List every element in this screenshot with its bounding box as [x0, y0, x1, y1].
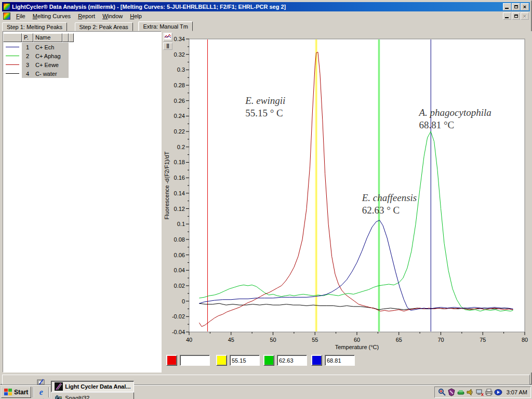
mdi-close-button[interactable]: × — [521, 12, 529, 20]
ie-glyph: e — [39, 388, 43, 397]
svg-text:0.12: 0.12 — [174, 206, 185, 212]
svg-text:-0.02: -0.02 — [172, 313, 185, 320]
system-tray: x 3:07 AM — [434, 387, 531, 398]
menu-bar: FileMelting CurvesReportWindowHelp × — [2, 11, 530, 21]
show-desktop-icon[interactable] — [36, 377, 46, 387]
mdi-restore-button[interactable] — [512, 12, 520, 20]
tm-color-swatch-4[interactable] — [311, 355, 322, 366]
tm-value-input-2[interactable] — [230, 355, 260, 366]
tool-icon[interactable] — [457, 388, 465, 396]
svg-text:0.34: 0.34 — [174, 36, 185, 42]
printer-icon[interactable] — [485, 388, 493, 396]
svg-text:75: 75 — [480, 337, 486, 343]
start-label: Start — [14, 389, 28, 396]
sample-row-3[interactable]: 3C+ Eewe — [3, 60, 161, 69]
sample-name: C+ Eewe — [33, 62, 59, 68]
svg-text:0.3: 0.3 — [177, 66, 185, 73]
curve-color-swatch — [3, 51, 22, 60]
column-header-blank[interactable] — [69, 33, 74, 42]
melting-curve-chart[interactable]: -0.04-0.0200.020.040.060.080.10.120.140.… — [163, 31, 532, 353]
task-button-light-cycler-data-anal-[interactable]: Light Cycler Data Anal... — [51, 381, 134, 392]
tm-value-input-1[interactable] — [180, 355, 210, 366]
tab-row: Step 1: Melting PeaksStep 2: Peak AreasE… — [2, 21, 530, 31]
windows-logo-icon — [4, 389, 12, 396]
menu-file[interactable]: File — [12, 12, 29, 20]
quick-launch: e — [35, 377, 47, 399]
column-header-name[interactable]: Name — [33, 33, 62, 42]
svg-text:0.02: 0.02 — [174, 283, 185, 289]
svg-text:0.26: 0.26 — [174, 98, 185, 104]
sample-name: C+ Aphag — [33, 53, 61, 59]
menu-report[interactable]: Report — [74, 12, 99, 20]
taskbar: Start e Light Cycler Data Anal...SnagIt/… — [0, 385, 532, 399]
tm-value-input-4[interactable] — [325, 355, 355, 366]
svg-text:68.81 °C: 68.81 °C — [419, 119, 455, 130]
svg-text:A. phagocytophila: A. phagocytophila — [418, 107, 491, 118]
document-icon — [3, 12, 10, 20]
curve-color-swatch — [3, 60, 22, 69]
svg-text:0.22: 0.22 — [174, 128, 185, 135]
svg-text:65: 65 — [396, 337, 402, 343]
mdi-controls: × — [503, 12, 530, 20]
tab-step-2-peak-areas[interactable]: Step 2: Peak Areas — [75, 22, 133, 31]
shield-icon[interactable] — [447, 388, 456, 396]
svg-text:0.24: 0.24 — [174, 113, 185, 119]
internet-explorer-icon[interactable]: e — [36, 387, 46, 397]
svg-text:80: 80 — [522, 337, 528, 343]
close-button[interactable]: × — [521, 3, 529, 10]
task-button-snagit-32[interactable]: SnagIt/32 — [51, 392, 134, 399]
svg-text:0.28: 0.28 — [174, 82, 185, 88]
svg-text:50: 50 — [270, 337, 276, 343]
svg-text:0.2: 0.2 — [177, 144, 185, 150]
svg-text:0.08: 0.08 — [174, 236, 185, 243]
tab-extra-manual-tm[interactable]: Extra: Manual Tm — [138, 21, 193, 31]
svg-text:0.32: 0.32 — [174, 51, 185, 58]
sample-position: 2 — [22, 53, 33, 59]
tab-step-1-melting-peaks[interactable]: Step 1: Melting Peaks — [2, 22, 67, 31]
chart-mode-button[interactable] — [163, 33, 172, 42]
volume-icon[interactable] — [466, 388, 474, 396]
svg-text:x: x — [481, 392, 484, 396]
column-header-blank[interactable] — [3, 33, 22, 42]
svg-text:Temperature (°C): Temperature (°C) — [335, 344, 379, 350]
minimize-button[interactable] — [503, 3, 511, 10]
restore-button[interactable] — [512, 3, 520, 10]
sample-row-4[interactable]: 4C- water — [3, 69, 161, 78]
svg-text:Fluorescence -d(F2/F1)/dT: Fluorescence -d(F2/F1)/dT — [164, 151, 170, 219]
snagit-icon — [55, 394, 63, 399]
tm-color-swatch-2[interactable] — [216, 355, 227, 366]
column-header-blank[interactable] — [62, 33, 69, 42]
menu-melting-curves[interactable]: Melting Curves — [29, 12, 74, 20]
task-label: Light Cycler Data Anal... — [65, 383, 130, 390]
menu-window[interactable]: Window — [99, 12, 126, 20]
tm-color-swatch-3[interactable] — [263, 355, 274, 366]
sample-position: 3 — [22, 62, 33, 68]
svg-text:60: 60 — [354, 337, 360, 343]
menu-help[interactable]: Help — [126, 12, 145, 20]
close-icon: × — [523, 13, 526, 19]
task-buttons: Light Cycler Data Anal...SnagIt/32 — [51, 381, 136, 399]
column-header-p[interactable]: P. — [22, 33, 33, 42]
svg-text:40: 40 — [186, 337, 192, 343]
mdi-minimize-button[interactable] — [503, 12, 511, 20]
svg-text:55.15 ° C: 55.15 ° C — [245, 108, 283, 118]
app-window: LightCycler® Data Analysis (millermk) - … — [0, 0, 532, 385]
svg-text:62.63 ° C: 62.63 ° C — [362, 205, 400, 216]
sample-row-2[interactable]: 2C+ Aphag — [3, 51, 161, 60]
svg-text:0.04: 0.04 — [174, 267, 185, 273]
svg-text:0.1: 0.1 — [177, 221, 185, 227]
curve-color-swatch — [3, 69, 22, 78]
tray-icons: x — [438, 388, 502, 396]
tm-color-swatch-1[interactable] — [166, 355, 177, 366]
sample-position: 4 — [22, 71, 33, 77]
network-error-icon[interactable]: x — [475, 388, 484, 396]
taskbar-separator — [48, 387, 49, 397]
player-icon[interactable] — [494, 388, 502, 396]
svg-text:E. ewingii: E. ewingii — [245, 95, 285, 106]
magnifier-icon[interactable] — [438, 388, 446, 396]
split-handle-button[interactable]: || — [163, 43, 172, 50]
svg-text:0: 0 — [182, 298, 185, 304]
sample-row-1[interactable]: 1C+ Ech — [3, 43, 161, 51]
start-button[interactable]: Start — [1, 387, 31, 398]
tm-value-input-3[interactable] — [277, 355, 307, 366]
